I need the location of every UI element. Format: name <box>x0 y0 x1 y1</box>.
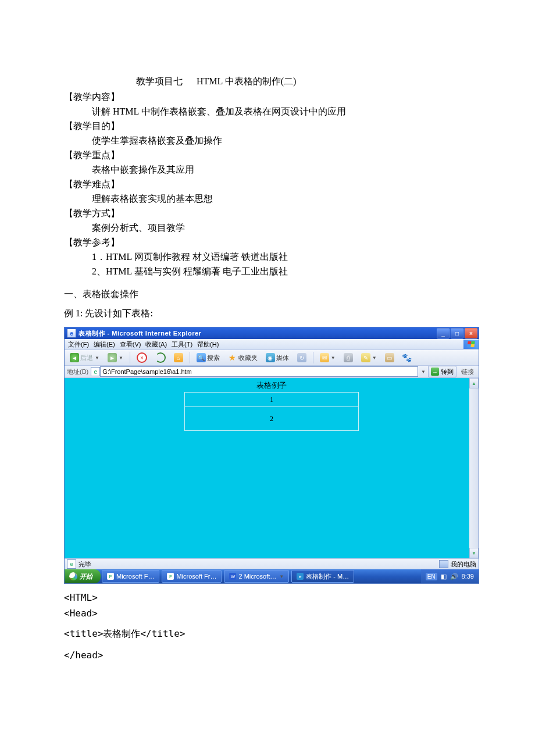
menu-tools[interactable]: 工具(T) <box>170 340 194 350</box>
search-icon: 🔍 <box>197 353 206 362</box>
print-icon: ⎙ <box>344 353 353 362</box>
star-icon: ★ <box>228 353 237 362</box>
back-button[interactable]: ◄ 后退 ▼ <box>67 351 102 364</box>
edit-icon: ✎ <box>361 353 370 362</box>
section-content-text: 讲解 HTML 中制作表格嵌套、叠加及表格在网页设计中的应用 <box>92 106 471 118</box>
section-hard-text: 理解表格嵌套实现的基本思想 <box>92 193 471 205</box>
history-button[interactable]: ↻ <box>294 351 309 364</box>
vertical-scrollbar[interactable]: ▲ ▼ <box>469 378 479 558</box>
tray-icon[interactable]: ◧ <box>441 573 447 580</box>
history-icon: ↻ <box>297 353 306 362</box>
lesson-title: 教学项目七 HTML 中表格的制作(二) <box>64 76 471 88</box>
status-bar: e 完毕 我的电脑 <box>65 558 479 569</box>
links-label[interactable]: 链接 <box>459 368 476 376</box>
task-label: Microsoft Fr… <box>176 573 216 580</box>
clock[interactable]: 8:39 <box>462 573 474 580</box>
address-input[interactable] <box>100 366 418 377</box>
mail-button[interactable]: ✉▼ <box>317 351 338 364</box>
browser-viewport: 表格例子 1 2 ▲ ▼ <box>65 378 479 558</box>
refresh-button[interactable] <box>152 351 169 364</box>
home-button[interactable]: ⌂ <box>171 351 186 364</box>
start-button[interactable]: 开始 <box>65 569 101 583</box>
done-icon: e <box>67 559 76 569</box>
scroll-down-button[interactable]: ▼ <box>469 548 479 558</box>
close-button[interactable]: × <box>465 328 477 338</box>
separator <box>130 352 130 363</box>
system-tray: EN ◧ 🔊 8:39 <box>421 569 479 583</box>
section-focus-label: 【教学重点】 <box>64 149 471 162</box>
status-text: 完毕 <box>79 560 91 569</box>
favorites-button[interactable]: ★ 收藏夹 <box>225 351 261 364</box>
ie-icon: e <box>297 573 304 580</box>
taskbar-item[interactable]: F Microsoft F… <box>102 570 159 583</box>
go-arrow-icon: → <box>431 368 439 376</box>
titlebar[interactable]: e 表格制作 - Microsoft Internet Explorer _ □… <box>65 327 479 339</box>
separator <box>190 352 190 363</box>
document-page: 教学项目七 HTML 中表格的制作(二) 【教学内容】 讲解 HTML 中制作表… <box>0 0 535 756</box>
media-button[interactable]: ◉ 媒体 <box>263 351 292 364</box>
stop-button[interactable]: × <box>134 351 150 364</box>
menu-bar: 文件(F) 编辑(E) 查看(V) 收藏(A) 工具(T) 帮助(H) <box>65 339 479 350</box>
print-button[interactable]: ⎙ <box>341 351 356 364</box>
menu-edit[interactable]: 编辑(E) <box>92 340 116 350</box>
section-ref-2: 2、HTML 基础与实例 程耀编著 电子工业出版社 <box>92 266 471 278</box>
scroll-track[interactable] <box>469 388 479 548</box>
menu-file[interactable]: 文件(F) <box>67 340 90 350</box>
section-ref-1: 1．HTML 网页制作教程 材义语编著 铁道出版社 <box>92 251 471 263</box>
chevron-down-icon: ▼ <box>279 574 284 579</box>
app-icon: F <box>107 573 114 580</box>
back-label: 后退 <box>80 354 93 362</box>
word-icon: W <box>229 573 236 580</box>
section-ref-label: 【教学参考】 <box>64 237 471 249</box>
scroll-up-button[interactable]: ▲ <box>469 378 479 388</box>
demo-table: 1 2 <box>184 392 359 431</box>
language-indicator[interactable]: EN <box>426 573 437 580</box>
edit-button[interactable]: ✎▼ <box>358 351 380 364</box>
taskbar-item[interactable]: W 2 Microsoft… ▼ <box>224 570 289 583</box>
section-method-text: 案例分析式、项目教学 <box>92 222 471 234</box>
section-method-label: 【教学方式】 <box>64 208 471 220</box>
taskbar-item[interactable]: F Microsoft Fr… <box>162 570 222 583</box>
task-label: 2 Microsoft… <box>238 573 276 580</box>
menu-view[interactable]: 查看(V) <box>119 340 142 350</box>
discuss-icon: ▭ <box>385 353 394 362</box>
search-label: 搜索 <box>207 354 220 362</box>
go-button[interactable]: → 转到 <box>428 366 456 377</box>
code-line-3: <title>表格制作</title> <box>64 628 471 640</box>
address-dropdown-icon[interactable]: ▼ <box>421 369 426 375</box>
forward-icon: ► <box>108 353 117 362</box>
menu-favorites[interactable]: 收藏(A) <box>144 340 168 350</box>
go-label: 转到 <box>441 368 454 376</box>
menu-help[interactable]: 帮助(H) <box>196 340 220 350</box>
discuss-button[interactable]: ▭ <box>382 351 397 364</box>
section-goal-label: 【教学目的】 <box>64 120 471 133</box>
page-icon: e <box>91 367 100 376</box>
maximize-button[interactable]: □ <box>451 328 463 338</box>
media-label: 媒体 <box>276 354 289 362</box>
code-line-2: <Head> <box>64 608 471 619</box>
zone-text: 我的电脑 <box>451 560 476 569</box>
forward-button[interactable]: ► ▼ <box>105 351 126 364</box>
search-button[interactable]: 🔍 搜索 <box>194 351 223 364</box>
example-1-label: 例 1: 先设计如下表格: <box>64 308 471 320</box>
chevron-down-icon: ▼ <box>119 355 123 361</box>
address-bar: 地址(D) e ▼ → 转到 链接 <box>65 366 479 378</box>
computer-icon <box>439 560 448 568</box>
ie-window: e 表格制作 - Microsoft Internet Explorer _ □… <box>64 327 479 584</box>
chevron-down-icon: ▼ <box>372 355 377 361</box>
chevron-down-icon: ▼ <box>95 355 99 361</box>
window-title: 表格制作 - Microsoft Internet Explorer <box>79 329 437 338</box>
minimize-button[interactable]: _ <box>437 328 450 338</box>
code-line-4: </head> <box>64 650 471 661</box>
task-label: 表格制作 - M… <box>306 572 349 581</box>
taskbar-item-active[interactable]: e 表格制作 - M… <box>291 570 354 583</box>
paw-button[interactable]: 🐾 <box>400 351 415 364</box>
separator <box>313 352 313 363</box>
favorites-label: 收藏夹 <box>238 354 258 362</box>
tray-icon[interactable]: 🔊 <box>450 573 458 580</box>
table-cell-1: 1 <box>185 393 359 407</box>
task-label: Microsoft F… <box>116 573 154 580</box>
address-label: 地址(D) <box>67 368 88 376</box>
app-icon: F <box>167 573 174 580</box>
taskbar: 开始 F Microsoft F… F Microsoft Fr… W 2 Mi… <box>65 569 479 583</box>
